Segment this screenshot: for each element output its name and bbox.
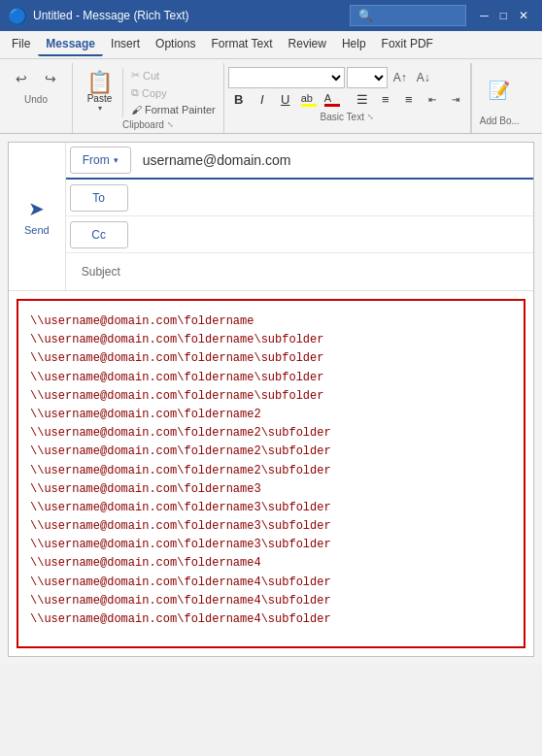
clipboard-section: 📋 Paste ▾ ✂ Cut ⧉ Copy 🖌 Format Painter — [73, 63, 224, 133]
body-line: \\username@domain.com\foldername3\subfol… — [30, 517, 512, 536]
menu-review[interactable]: Review — [281, 33, 334, 56]
body-line: \\username@domain.com\foldername4\subfol… — [30, 574, 512, 592]
to-row: To — [66, 180, 533, 216]
increase-indent-button[interactable]: ⇥ — [445, 88, 466, 110]
from-button[interactable]: From ▾ — [70, 147, 131, 174]
paste-label: Paste — [87, 93, 113, 104]
body-line: \\username@domain.com\foldername — [30, 312, 512, 331]
body-line: \\username@domain.com\foldername2\subfol… — [30, 424, 512, 443]
body-line: \\username@domain.com\foldername\subfold… — [30, 331, 512, 349]
from-value[interactable]: username@domain.com — [135, 152, 533, 168]
italic-button[interactable]: I — [252, 88, 273, 110]
undo-label: Undo — [8, 92, 64, 108]
ribbon: ↩ ↪ Undo 📋 Paste ▾ ✂ Cut ⧉ Copy — [0, 59, 542, 134]
add-bo-icon: 📝 — [489, 80, 510, 101]
maximize-btn[interactable]: □ — [494, 9, 513, 22]
cc-row: Cc — [66, 216, 533, 253]
body-line: \\username@domain.com\foldername3\subfol… — [30, 536, 512, 554]
body-line: \\username@domain.com\foldername3\subfol… — [30, 499, 512, 517]
menu-format-text[interactable]: Format Text — [203, 33, 280, 56]
cut-icon: ✂ — [131, 69, 140, 82]
email-fields: From ▾ username@domain.com To Cc — [66, 143, 533, 290]
menu-options[interactable]: Options — [148, 33, 203, 56]
to-button[interactable]: To — [70, 184, 128, 212]
redo-button[interactable]: ↪ — [37, 67, 64, 90]
font-color-swatch — [324, 104, 340, 107]
cut-button[interactable]: ✂ Cut — [127, 67, 220, 83]
body-line: \\username@domain.com\foldername\subfold… — [30, 349, 512, 368]
font-color-icon: A — [324, 92, 340, 104]
title-bar: 🔵 Untitled - Message (Rich Text) 🔍 ─ □ ✕ — [0, 0, 542, 31]
cc-button[interactable]: Cc — [70, 221, 128, 248]
font-grow-button[interactable]: A↑ — [390, 67, 411, 88]
font-size-select[interactable] — [347, 67, 388, 88]
paste-button[interactable]: 📋 Paste ▾ — [77, 67, 123, 117]
decrease-indent-button[interactable]: ⇤ — [422, 88, 443, 110]
body-line: \\username@domain.com\foldername\subfold… — [30, 369, 512, 387]
send-button[interactable]: ➤ Send — [9, 143, 66, 290]
search-box[interactable]: 🔍 — [350, 5, 466, 26]
paste-dropdown-arrow[interactable]: ▾ — [98, 104, 102, 113]
body-line: \\username@domain.com\foldername3 — [30, 480, 512, 499]
subject-row: Subject — [66, 253, 533, 290]
undo-button[interactable]: ↩ — [8, 67, 35, 90]
body-line: \\username@domain.com\foldername2\subfol… — [30, 443, 512, 461]
menu-message[interactable]: Message — [38, 33, 103, 56]
font-family-select[interactable] — [228, 67, 345, 88]
copy-icon: ⧉ — [131, 86, 139, 99]
body-line: \\username@domain.com\foldername4 — [30, 554, 512, 573]
minimize-btn[interactable]: ─ — [474, 9, 494, 22]
clipboard-expand-arrow[interactable]: ⤡ — [167, 120, 174, 129]
align-center-button[interactable]: ≡ — [375, 88, 396, 110]
underline-button[interactable]: U — [275, 88, 296, 110]
basic-text-expand-arrow[interactable]: ⤡ — [367, 113, 374, 121]
email-compose-area: ➤ Send From ▾ username@domain.com To — [0, 134, 542, 665]
basic-text-section: A↑ A↓ B I U ab A ☰ ≡ ≡ ⇤ — [224, 63, 471, 133]
window-title: Untitled - Message (Rich Text) — [33, 9, 350, 22]
basic-text-label: Basic Text ⤡ — [228, 110, 466, 125]
align-right-button[interactable]: ≡ — [398, 88, 420, 110]
body-line: \\username@domain.com\foldername4\subfol… — [30, 610, 512, 629]
font-color-button[interactable]: A — [322, 88, 343, 110]
menu-bar: File Message Insert Options Format Text … — [0, 31, 542, 59]
menu-help[interactable]: Help — [334, 33, 374, 56]
to-input[interactable] — [132, 187, 533, 209]
add-bo-section: 📝 Add Bo... — [471, 63, 527, 133]
from-dropdown-icon: ▾ — [114, 155, 119, 165]
send-icon: ➤ — [28, 197, 45, 220]
cc-input[interactable] — [132, 224, 533, 246]
undo-section: ↩ ↪ Undo — [0, 63, 73, 133]
copy-button[interactable]: ⧉ Copy — [127, 84, 220, 101]
body-line: \\username@domain.com\foldername2 — [30, 406, 512, 424]
bold-button[interactable]: B — [228, 88, 250, 110]
highlight-button[interactable]: ab — [298, 88, 320, 110]
from-row: From ▾ username@domain.com — [66, 143, 533, 180]
email-header: ➤ Send From ▾ username@domain.com To — [9, 143, 533, 291]
search-icon: 🔍 — [358, 9, 373, 22]
body-line: \\username@domain.com\foldername\subfold… — [30, 387, 512, 406]
add-bo-label: Add Bo... — [480, 114, 520, 129]
highlight-icon: ab — [301, 92, 317, 104]
format-painter-button[interactable]: 🖌 Format Painter — [127, 102, 220, 117]
font-shrink-button[interactable]: A↓ — [413, 67, 434, 88]
body-line: \\username@domain.com\foldername4\subfol… — [30, 592, 512, 610]
app-icon: 🔵 — [8, 7, 27, 25]
paste-icon: 📋 — [86, 72, 113, 93]
send-label: Send — [24, 224, 50, 236]
format-painter-icon: 🖌 — [131, 104, 142, 115]
subject-input[interactable] — [136, 261, 533, 282]
menu-file[interactable]: File — [4, 33, 38, 56]
menu-insert[interactable]: Insert — [103, 33, 148, 56]
clipboard-label: Clipboard ⤡ — [77, 117, 220, 133]
body-line: \\username@domain.com\foldername2\subfol… — [30, 462, 512, 480]
highlight-color-swatch — [301, 104, 317, 107]
clipboard-actions: ✂ Cut ⧉ Copy 🖌 Format Painter — [127, 67, 220, 117]
menu-foxit[interactable]: Foxit PDF — [374, 33, 441, 56]
message-body[interactable]: \\username@domain.com\foldername\\userna… — [17, 299, 525, 648]
subject-label: Subject — [70, 259, 132, 284]
align-left-button[interactable]: ☰ — [352, 88, 373, 110]
email-window: ➤ Send From ▾ username@domain.com To — [8, 142, 534, 657]
close-btn[interactable]: ✕ — [513, 9, 534, 22]
